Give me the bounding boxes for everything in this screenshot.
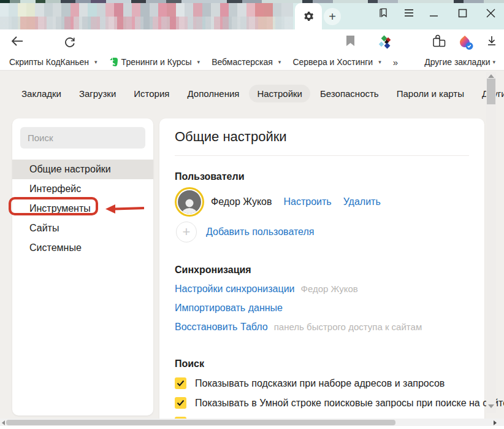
annotation-red-arrow-icon [105, 204, 145, 214]
evernote-icon [109, 57, 118, 67]
tab-history[interactable]: История [126, 85, 177, 102]
tab-bookmarks[interactable]: Закладки [13, 85, 69, 102]
sync-section-heading: Синхронизация [175, 265, 469, 276]
active-settings-tab[interactable] [295, 3, 322, 29]
other-bookmarks-button[interactable]: Другие закладки [424, 57, 495, 67]
sync-settings-link[interactable]: Настройки синхронизации [175, 284, 295, 295]
restore-tableau-note: панель быстрого доступа к сайтам [274, 322, 422, 332]
bookmark-folder-webmaster[interactable]: Вебмастерская [212, 57, 281, 67]
sidebar-item-general[interactable]: Общие настройки [12, 160, 153, 179]
protect-sync-icon[interactable] [458, 34, 474, 50]
scroll-down-arrow-icon[interactable] [488, 404, 494, 408]
checkbox-checked-icon[interactable] [175, 377, 186, 389]
browser-menu-icon[interactable] [403, 7, 414, 19]
bookmark-label: Тренинги и Курсы [121, 57, 192, 67]
vertical-scroll-thumb[interactable] [487, 79, 495, 104]
minimize-button[interactable] [429, 7, 438, 19]
blurred-tabs[interactable] [0, 3, 293, 29]
bottom-strip [0, 426, 504, 429]
refresh-icon[interactable] [64, 36, 76, 48]
search-section-heading: Поиск [175, 358, 469, 369]
tab-addons[interactable]: Дополнения [179, 85, 247, 102]
sidebar-item-interface[interactable]: Интерфейс [12, 179, 153, 199]
checkbox-label: Показывать подсказки при наборе адресов … [195, 378, 445, 389]
add-user-plus-icon[interactable]: + [176, 222, 197, 242]
bookmark-label: Сервера и Хостинги [292, 57, 373, 67]
sidebar-item-sites[interactable]: Сайты [12, 218, 153, 238]
settings-nav-tabs: Закладки Загрузки История Дополнения Нас… [13, 85, 504, 102]
page-title: Общие настройки [175, 129, 469, 145]
checkbox-row-suggestions: Показывать подсказки при наборе адресов … [175, 377, 469, 389]
gear-icon [303, 10, 315, 22]
vertical-scrollbar[interactable] [486, 72, 496, 413]
checkbox-checked-icon[interactable] [175, 397, 186, 409]
horizontal-scroll-thumb[interactable] [6, 420, 395, 425]
configure-user-link[interactable]: Настроить [283, 196, 331, 207]
add-user-link[interactable]: Добавить пользователя [206, 226, 314, 238]
header-divider [175, 155, 469, 156]
checkbox-row-smartline: Показывать в Умной строке поисковые запр… [175, 397, 469, 409]
users-section-heading: Пользователи [175, 171, 469, 182]
bookmark-folder-trainings[interactable]: Тренинги и Курсы [109, 57, 200, 67]
settings-page: Закладки Загрузки История Дополнения Нас… [0, 71, 504, 429]
bookmarks-overflow-chevron[interactable]: » [393, 57, 398, 68]
back-icon[interactable] [11, 36, 24, 47]
tab-passwords[interactable]: Пароли и карты [389, 85, 472, 102]
scroll-up-arrow-icon[interactable] [488, 74, 494, 78]
tab-settings[interactable]: Настройки [249, 85, 310, 102]
tab-downloads[interactable]: Загрузки [71, 85, 124, 102]
search-input[interactable] [28, 133, 138, 143]
settings-sidebar: Общие настройки Интерфейс Инструменты Са… [12, 118, 153, 415]
new-tab-button[interactable]: + [324, 8, 341, 25]
checkbox-label: Показывать в Умной строке поисковые запр… [195, 398, 504, 409]
sidebar-item-tools[interactable]: Инструменты [12, 199, 153, 218]
address-bar: Я Y settings Настройки … [0, 29, 504, 54]
annotation-red-box [9, 197, 98, 215]
collections-diamonds-icon[interactable] [378, 35, 392, 50]
bookmark-label: Скрипты КодКаньен [9, 57, 89, 67]
bookmark-label: Другие закладки [424, 57, 490, 67]
bookmark-label: Вебмастерская [212, 57, 273, 67]
import-data-link[interactable]: Импортировать данные [175, 303, 283, 314]
delete-user-link[interactable]: Удалить [343, 196, 381, 207]
sync-account-name: Федор Жуков [301, 284, 358, 294]
bookmarks-bar: Скрипты КодКаньен Тренинги и Курсы Вебма… [0, 54, 504, 71]
user-name: Федор Жуков [211, 196, 272, 207]
add-user-row: + Добавить пользователя [175, 222, 469, 242]
wallet-extension-icon[interactable] [431, 34, 447, 49]
restore-tableau-link[interactable]: Восстановить Табло [175, 322, 268, 333]
bookmark-folder-scripts[interactable]: Скрипты КодКаньен [9, 57, 97, 67]
sidebar-item-system[interactable]: Системные [12, 238, 153, 258]
user-row: Федор Жуков Настроить Удалить [175, 190, 469, 214]
tab-strip: + [0, 0, 504, 29]
sidebar-search[interactable] [20, 127, 145, 149]
downloads-icon[interactable] [486, 35, 497, 47]
general-settings-panel: Общие настройки Пользователи Федор Жуков… [159, 118, 484, 429]
horizontal-scrollbar[interactable] [0, 419, 504, 426]
user-avatar[interactable] [178, 190, 201, 214]
tab-security[interactable]: Безопасность [312, 85, 387, 102]
maximize-button[interactable] [458, 7, 467, 19]
bookmark-flag-icon[interactable] [346, 35, 355, 47]
scroll-left-arrow-icon[interactable] [2, 420, 5, 425]
scroll-right-arrow-icon[interactable] [494, 420, 497, 425]
bookmarks-panel-icon[interactable] [377, 7, 389, 19]
bookmark-folder-servers[interactable]: Сервера и Хостинги [292, 57, 381, 67]
close-button[interactable] [486, 7, 495, 19]
